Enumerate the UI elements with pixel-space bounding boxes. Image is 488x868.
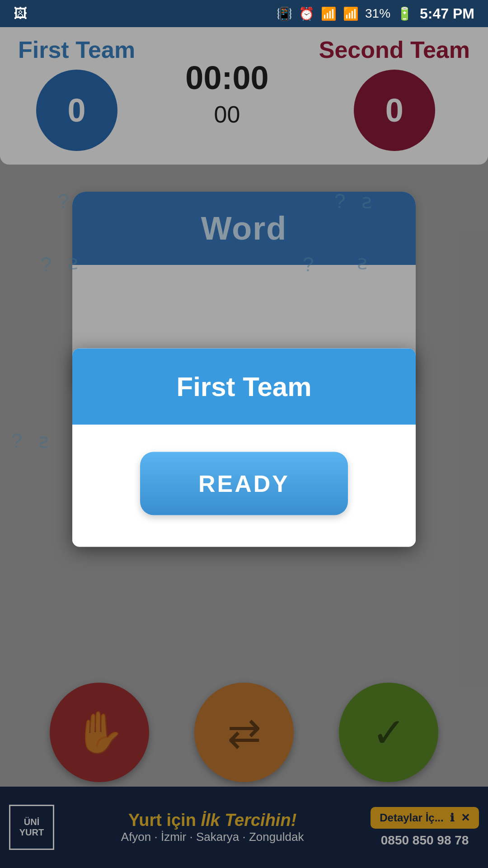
clock: 5:47 PM (420, 5, 474, 22)
alarm-icon: ⏰ (299, 6, 314, 21)
ready-button[interactable]: READY (140, 452, 348, 515)
vibrate-icon: 📳 (277, 6, 292, 21)
battery-percent: 31% (365, 6, 390, 21)
wifi-icon: 📶 (321, 6, 337, 21)
status-icons: 📳 ⏰ 📶 📶 31% 🔋 (277, 6, 413, 21)
modal-body: READY (72, 425, 416, 547)
modal-header: First Team (72, 349, 416, 425)
signal-icon: 📶 (343, 6, 359, 21)
modal-team-title: First Team (177, 372, 312, 402)
photo-icon: 🖼 (14, 6, 27, 21)
game-background: ? ƨ ? ƨ ? ? ƨ ? ƨ ? ƨ ? ƨ ? ƨ First Team… (0, 27, 488, 868)
battery-icon: 🔋 (397, 6, 413, 21)
team-ready-modal: First Team READY (72, 349, 416, 547)
status-bar: 🖼 📳 ⏰ 📶 📶 31% 🔋 5:47 PM (0, 0, 488, 27)
